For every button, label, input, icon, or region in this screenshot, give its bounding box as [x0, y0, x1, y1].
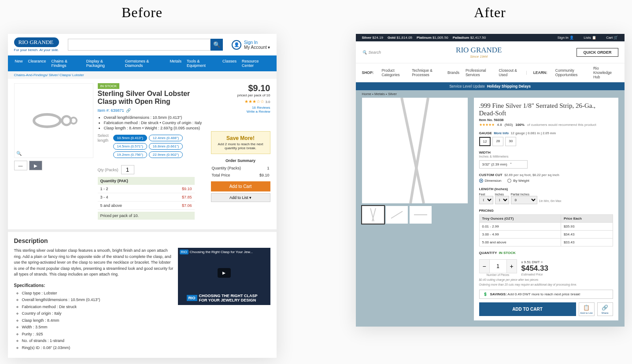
min-max-note: 1in Min, 6in Max: [539, 199, 562, 204]
cart-link[interactable]: Cart 🛒: [602, 36, 618, 40]
signin-link[interactable]: Sign In: [244, 40, 270, 45]
metal-price: Platinum $1,005.50: [417, 36, 448, 40]
product-image[interactable]: [362, 98, 468, 203]
feet-select[interactable]: 0: [479, 196, 493, 204]
reviews-link[interactable]: 16 Reviews: [211, 106, 270, 110]
price-per: priced per pack of 10: [211, 93, 270, 97]
share-icon[interactable]: 🔗: [126, 108, 131, 113]
quick-order-button[interactable]: QUICK ORDER: [577, 48, 618, 57]
add-to-cart-button[interactable]: ADD TO CART: [479, 302, 576, 316]
savings-note: 💲 SAVINGS: Add 0.49 DWT more to reach ne…: [479, 290, 613, 299]
before-heading: Before: [122, 4, 163, 21]
qty-input[interactable]: [489, 260, 507, 273]
radio-dimension[interactable]: Dimension: [479, 179, 502, 183]
share-icon: 🔗: [602, 305, 608, 311]
product-image[interactable]: 🔍: [14, 83, 93, 158]
play-icon[interactable]: ▶: [218, 268, 231, 278]
partial-select[interactable]: 0: [511, 196, 537, 204]
video-thumbnail[interactable]: RIOChoosing the Right Clasp for Your Jew…: [178, 248, 270, 305]
length-chip[interactable]: 22.9mm (0.902"): [149, 151, 183, 158]
thumbnail[interactable]: [386, 206, 408, 224]
nav-item: LEARN:: [533, 70, 547, 75]
gauge-chip[interactable]: 28: [492, 137, 503, 146]
search-input[interactable]: [68, 39, 211, 51]
nav-item[interactable]: Classes: [220, 57, 239, 70]
write-review-link[interactable]: Write a Review: [211, 110, 270, 114]
nav-item[interactable]: Product Categories: [381, 68, 406, 77]
thumbnail[interactable]: [362, 206, 384, 224]
nav-item[interactable]: Community Opportunities: [555, 68, 587, 77]
metal-price: Gold $1,814.05: [388, 36, 412, 40]
price-tiers: Quantity (PAK) 1 - 2$9.103 - 4$7.855 and…: [98, 177, 195, 210]
nav-item[interactable]: Technique & Processes: [412, 68, 441, 77]
share-button[interactable]: 🔗Share: [597, 302, 613, 316]
tagline: For your bench. At your side.: [14, 48, 59, 52]
nav-item: SHOP:: [362, 70, 374, 75]
qty-plus-button[interactable]: +: [507, 260, 517, 273]
add-to-list-button[interactable]: 📋Add to List: [579, 302, 595, 316]
breadcrumb[interactable]: Chains-And-Findings/ Silver/ Clasps/ Lob…: [8, 71, 277, 79]
signin-link[interactable]: Sign In 👤: [553, 36, 574, 40]
length-chip[interactable]: 12.4mm (0.488"): [149, 135, 183, 141]
pieces-label: Number of Pieces: [479, 273, 517, 276]
length-chip[interactable]: 10.5mm (0.413"): [113, 135, 147, 141]
account-menu[interactable]: 👤 Sign In My Account ▾: [232, 40, 270, 50]
star-rating: ★★★☆☆ 3.0: [211, 99, 270, 104]
product-title: .999 Fine Silver 1/8" Serrated Strip, 26…: [479, 102, 613, 117]
nav-item[interactable]: Clearance: [26, 57, 49, 70]
item-number: Item No. 56038: [479, 118, 613, 122]
more-info-link[interactable]: More Info: [494, 131, 509, 135]
nav-item[interactable]: Professional Services: [466, 68, 493, 77]
price: $9.10: [211, 83, 270, 93]
nav-item[interactable]: Rio Knowledge Hub: [593, 66, 618, 79]
nav-item[interactable]: Metals: [167, 57, 184, 70]
length-chip[interactable]: 19.2mm (0.756"): [113, 151, 147, 158]
nav-item[interactable]: Resource Center: [239, 57, 272, 70]
nav-item[interactable]: Chains & Findings: [49, 57, 84, 70]
star-rating: ★★★★★: [479, 123, 495, 127]
priced-per: Priced per pack of 10.: [98, 212, 195, 220]
search-input[interactable]: 🔍 Search: [362, 50, 381, 55]
breadcrumb[interactable]: Home • Metals • Silver: [356, 90, 625, 98]
zoom-icon[interactable]: 🔍: [16, 151, 22, 156]
myaccount-link[interactable]: My Account ▾: [244, 45, 270, 50]
lists-link[interactable]: Lists 📋: [579, 36, 596, 40]
estimated-price: $454.33: [521, 264, 548, 273]
nav-item[interactable]: Closeout & Used: [499, 68, 520, 77]
stock-badge: IN STOCK: [98, 83, 120, 89]
search-icon[interactable]: 🔍: [211, 39, 223, 51]
nav-item[interactable]: Tools & Equipment: [184, 57, 220, 70]
nav-item[interactable]: New: [12, 57, 26, 70]
specs-heading: Specifications:: [14, 282, 174, 289]
qty-minus-button[interactable]: −: [480, 260, 489, 273]
inches-select[interactable]: 1: [495, 196, 509, 204]
length-chip[interactable]: 14.5mm (0.571"): [113, 143, 147, 150]
length-chip[interactable]: 16.8mm (0.661"): [149, 143, 183, 150]
metal-price: Silver $24.19: [362, 36, 384, 40]
avatar-icon: 👤: [232, 40, 241, 50]
main-nav: NewClearanceChains & FindingsDisplay & P…: [8, 55, 277, 71]
qty-input[interactable]: [121, 165, 134, 174]
nav-item[interactable]: Display & Packaging: [84, 57, 122, 70]
thumbnail[interactable]: —: [14, 161, 27, 170]
logo[interactable]: RIO GRANDESince 1944: [456, 46, 502, 59]
metal-price: Palladium $2,417.50: [453, 36, 486, 40]
radio-weight[interactable]: By Weight: [507, 179, 529, 183]
description-text: This sterling silver oval lobster clasp …: [14, 248, 174, 276]
logo[interactable]: RIO GRANDE: [14, 37, 59, 47]
width-select[interactable]: 3/32" (2.39 mm) ˅: [479, 160, 528, 169]
list-icon: 📋: [583, 305, 590, 311]
alert-bar: Service Level Update Holiday Shipping De…: [356, 82, 625, 90]
item-number: Item #: 639871: [98, 108, 124, 113]
add-to-cart-button[interactable]: Add to Cart: [211, 181, 270, 191]
thumbnail[interactable]: [410, 206, 432, 224]
after-card: Silver $24.19Gold $1,814.05Platinum $1,0…: [356, 34, 625, 327]
nav-item[interactable]: Brands: [447, 70, 459, 75]
gauge-chip[interactable]: 12: [479, 137, 491, 146]
svg-line-3: [391, 211, 403, 218]
add-to-list-button[interactable]: Add to List ▾: [211, 193, 270, 202]
qty-label: Qty (Packs): [98, 168, 118, 172]
thumbnail-video[interactable]: ▶: [29, 161, 42, 170]
gauge-chip[interactable]: 30: [505, 137, 516, 146]
nav-item[interactable]: Gemstones & Diamonds: [122, 57, 167, 70]
